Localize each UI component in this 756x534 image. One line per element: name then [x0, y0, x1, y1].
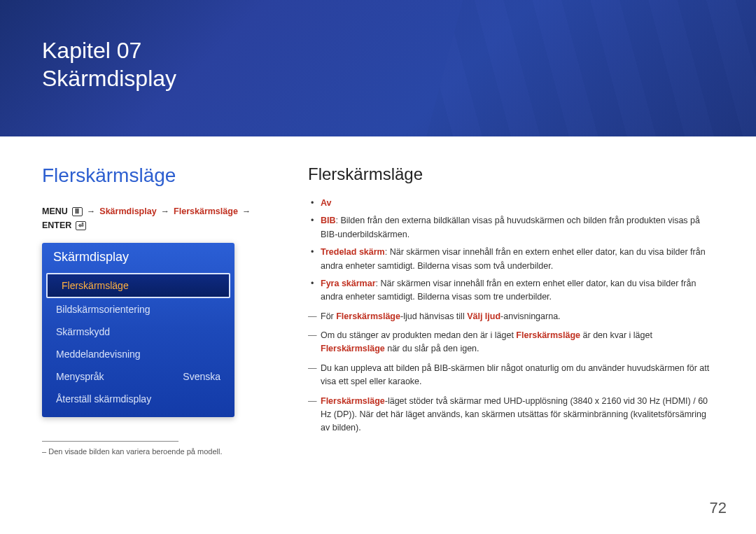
- chapter-title: Kapitel 07 Skärmdisplay: [42, 36, 176, 92]
- menu-icon: Ⅲ: [72, 207, 83, 216]
- breadcrumb: MENU Ⅲ → Skärmdisplay → Flerskärmsläge →…: [42, 206, 266, 230]
- osd-menu-item[interactable]: Skärmskydd: [42, 321, 234, 343]
- note-text: -ljud hänvisas till: [400, 311, 467, 321]
- bullet-list: Av BIB: Bilden från den externa bildkäll…: [308, 197, 714, 304]
- right-column: Flerskärmsläge Av BIB: Bilden från den e…: [308, 164, 714, 456]
- list-item: Flerskärmsläge-läget stöder två skärmar …: [308, 395, 714, 435]
- note-text: är den kvar i läget: [580, 330, 652, 340]
- osd-item-label: Bildskärmsorientering: [56, 304, 150, 315]
- note-keyword: Flerskärmsläge: [321, 396, 385, 406]
- bullet-text: : Bilden från den externa bildkällan vis…: [321, 216, 700, 239]
- note-keyword: Flerskärmsläge: [321, 344, 385, 353]
- osd-menu-item[interactable]: Meddelandevisning: [42, 343, 234, 365]
- list-item: Av: [308, 197, 714, 210]
- right-title: Flerskärmsläge: [308, 164, 714, 184]
- list-item: För Flerskärmsläge-ljud hänvisas till Vä…: [308, 310, 714, 323]
- breadcrumb-enter: ENTER: [42, 220, 71, 230]
- osd-menu-panel: Skärmdisplay Flerskärmsläge Bildskärmsor…: [42, 243, 234, 417]
- bullet-label: Tredelad skärm: [321, 247, 385, 257]
- osd-item-label: Meddelandevisning: [56, 349, 141, 360]
- footnote-text: Den visade bilden kan variera beroende p…: [42, 447, 266, 456]
- page-number: 72: [710, 499, 727, 517]
- bullet-text: : När skärmen visar innehåll från en ext…: [321, 279, 696, 302]
- list-item: Du kan uppleva att bilden på BIB-skärmen…: [308, 362, 714, 389]
- osd-item-label: Menyspråk: [56, 371, 104, 382]
- osd-item-label: Flerskärmsläge: [62, 280, 129, 291]
- note-keyword: Flerskärmsläge: [336, 311, 400, 321]
- osd-menu-item[interactable]: Återställ skärmdisplay: [42, 388, 234, 410]
- note-text: -anvisningarna.: [500, 311, 560, 321]
- arrow-icon: →: [161, 206, 170, 216]
- chapter-line1: Kapitel 07: [42, 38, 141, 63]
- note-keyword: Flerskärmsläge: [516, 330, 580, 340]
- footnote-divider: [42, 441, 178, 442]
- breadcrumb-part1: Skärmdisplay: [99, 206, 156, 216]
- note-text: Om du stänger av produkten medan den är …: [321, 330, 516, 340]
- content-area: Flerskärmsläge MENU Ⅲ → Skärmdisplay → F…: [0, 136, 756, 470]
- breadcrumb-part2: Flerskärmsläge: [174, 206, 238, 216]
- osd-menu-item[interactable]: Bildskärmsorientering: [42, 298, 234, 321]
- enter-icon: ⏎: [76, 221, 86, 230]
- osd-item-value: Svenska: [183, 371, 220, 382]
- osd-menu-item-selected[interactable]: Flerskärmsläge: [46, 273, 230, 298]
- notes-list: För Flerskärmsläge-ljud hänvisas till Vä…: [308, 310, 714, 435]
- chapter-banner: Kapitel 07 Skärmdisplay: [0, 0, 756, 136]
- bullet-label: Fyra skärmar: [321, 279, 376, 288]
- osd-menu-item[interactable]: Menyspråk Svenska: [42, 365, 234, 388]
- list-item: BIB: Bilden från den externa bildkällan …: [308, 214, 714, 241]
- list-item: Tredelad skärm: När skärmen visar innehå…: [308, 246, 714, 273]
- note-text: Du kan uppleva att bilden på BIB-skärmen…: [321, 363, 709, 386]
- osd-menu-header: Skärmdisplay: [42, 243, 234, 273]
- osd-item-label: Skärmskydd: [56, 326, 110, 337]
- note-keyword: Välj ljud: [467, 311, 500, 321]
- list-item: Fyra skärmar: När skärmen visar innehåll…: [308, 277, 714, 304]
- bullet-label: Av: [321, 198, 332, 208]
- osd-item-label: Återställ skärmdisplay: [56, 393, 151, 405]
- chapter-line2: Skärmdisplay: [42, 66, 176, 91]
- note-text: när du slår på den igen.: [385, 344, 479, 353]
- list-item: Om du stänger av produkten medan den är …: [308, 329, 714, 356]
- arrow-icon: →: [242, 206, 251, 216]
- arrow-icon: →: [87, 206, 96, 216]
- section-title: Flerskärmsläge: [42, 164, 266, 187]
- bullet-label: BIB: [321, 216, 336, 225]
- breadcrumb-menu: MENU: [42, 206, 68, 216]
- note-text: För: [321, 311, 336, 321]
- left-column: Flerskärmsläge MENU Ⅲ → Skärmdisplay → F…: [42, 164, 266, 456]
